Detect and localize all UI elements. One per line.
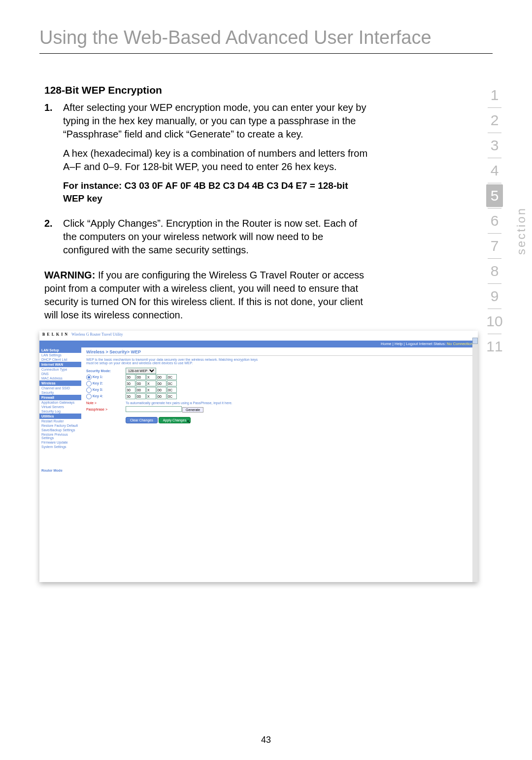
key-cell[interactable]	[167, 374, 177, 380]
section-nav-9[interactable]: 9	[475, 285, 514, 308]
clear-changes-button[interactable]: Clear Changes	[126, 417, 158, 423]
key-cell[interactable]	[146, 393, 156, 399]
sidebar-item[interactable]: Security Log	[39, 409, 81, 414]
router-ui-screenshot: BELKIN Wireless G Router Travel Utility …	[39, 331, 478, 582]
sidebar-item[interactable]: MAC Address	[39, 376, 81, 380]
section-nav-5[interactable]: 5	[486, 184, 503, 207]
sidebar-item[interactable]: Firmware Update	[39, 440, 81, 445]
section-nav: 1 2 3 4 5 6 7 8 9 10 11	[475, 84, 514, 358]
step-2: 2. Click “Apply Changes”. Encryption in …	[44, 217, 369, 263]
step-1-p1: After selecting your WEP encryption mode…	[63, 101, 369, 141]
section-nav-10[interactable]: 10	[475, 310, 514, 333]
section-label: section	[514, 207, 528, 255]
scrollbar[interactable]	[472, 338, 478, 582]
shot-main: Wireless > Security> WEP WEP is the basi…	[81, 347, 478, 472]
shot-bluebar: Home | Help | Logout Internet Status: No…	[39, 341, 478, 347]
key-cell[interactable]	[157, 374, 166, 380]
step-1-example: For instance: C3 03 0F AF 0F 4B B2 C3 D4…	[63, 179, 369, 205]
key-cell[interactable]	[126, 393, 135, 399]
sidebar-hdr-utilities: Utilities	[39, 414, 81, 419]
page-title: Using the Web-Based Advanced User Interf…	[39, 27, 493, 54]
brand-subtitle: Wireless G Router Travel Utility	[71, 332, 123, 337]
key-cell[interactable]	[136, 393, 146, 399]
breadcrumb: Wireless > Security> WEP	[86, 349, 473, 356]
router-mode-label: Router Mode	[39, 469, 81, 472]
wep-description: WEP is the basic mechanism to transmit y…	[86, 358, 264, 365]
bluebar-links[interactable]: Home | Help | Logout Internet Status:	[381, 342, 447, 346]
key4-label: Key 4:	[86, 394, 126, 399]
passphrase-input[interactable]	[126, 406, 182, 412]
key-cell[interactable]	[146, 374, 156, 380]
step-1-body: After selecting your WEP encryption mode…	[63, 101, 369, 210]
key1-label: Key 1:	[86, 375, 126, 380]
section-nav-2[interactable]: 2	[475, 109, 514, 132]
section-nav-4[interactable]: 4	[475, 159, 514, 182]
sidebar-item[interactable]: DNS	[39, 372, 81, 376]
step-1: 1. After selecting your WEP encryption m…	[44, 101, 369, 210]
key4-radio[interactable]	[86, 394, 92, 399]
sidebar-item[interactable]: Restore Factory Default	[39, 423, 81, 428]
sidebar-item[interactable]: DHCP Client List	[39, 357, 81, 362]
key2-label: Key 2:	[86, 381, 126, 386]
sidebar-item[interactable]: LAN Settings	[39, 353, 81, 357]
sidebar-item[interactable]: Security	[39, 390, 81, 395]
page-number: 43	[0, 735, 532, 745]
passphrase-label: Passphrase >	[86, 408, 126, 411]
sidebar-item[interactable]: System Settings	[39, 445, 81, 449]
key3-label: Key 3:	[86, 387, 126, 393]
key-cell[interactable]	[157, 380, 166, 386]
sidebar-item[interactable]: Restore Previous Settings	[39, 432, 81, 440]
sidebar-item[interactable]: Virtual Servers	[39, 405, 81, 409]
key-cell[interactable]	[126, 387, 135, 393]
sidebar-hdr-lan: LAN Setup	[39, 347, 81, 353]
warning-paragraph: WARNING: If you are configuring the Wire…	[44, 269, 369, 322]
section-nav-3[interactable]: 3	[475, 134, 514, 157]
step-1-p2: A hex (hexadecimal) key is a combination…	[63, 147, 369, 173]
key-cell[interactable]	[146, 380, 156, 386]
key-cell[interactable]	[136, 374, 146, 380]
sidebar-hdr-firewall: Firewall	[39, 395, 81, 400]
sidebar-hdr-wan: Internet WAN	[39, 362, 81, 367]
key2-radio[interactable]	[86, 381, 92, 386]
sidebar-item[interactable]: Connection Type	[39, 367, 81, 372]
sidebar-item[interactable]: Application Gateways	[39, 400, 81, 405]
shot-topbar: BELKIN Wireless G Router Travel Utility	[39, 331, 478, 341]
key-cell[interactable]	[146, 387, 156, 393]
key-cell[interactable]	[126, 374, 135, 380]
key-cell[interactable]	[157, 393, 166, 399]
key-cell[interactable]	[126, 380, 135, 386]
section-nav-7[interactable]: 7	[475, 235, 514, 257]
apply-changes-button[interactable]: Apply Changes	[159, 417, 191, 423]
generate-button[interactable]: Generate	[182, 407, 203, 413]
note-label: Note >	[86, 401, 126, 405]
step-2-p1: Click “Apply Changes”. Encryption in the…	[63, 217, 369, 257]
step-2-number: 2.	[44, 217, 63, 263]
key-cell[interactable]	[157, 387, 166, 393]
key1-radio[interactable]	[86, 375, 92, 380]
key-cell[interactable]	[136, 387, 146, 393]
section-heading: 128-Bit WEP Encryption	[44, 83, 369, 97]
cursor-icon: ↖	[187, 419, 191, 424]
step-1-number: 1.	[44, 101, 63, 210]
warning-label: WARNING:	[44, 270, 95, 280]
key3-radio[interactable]	[86, 387, 92, 393]
brand-logo: BELKIN	[42, 332, 69, 337]
section-nav-1[interactable]: 1	[475, 84, 514, 106]
shot-sidebar: LAN Setup LAN Settings DHCP Client List …	[39, 347, 81, 472]
note-text: To automatically generate hex pairs usin…	[126, 401, 233, 405]
sidebar-item[interactable]: Restart Router	[39, 419, 81, 423]
sidebar-item[interactable]: Save/Backup Settings	[39, 428, 81, 432]
key-cell[interactable]	[136, 380, 146, 386]
section-nav-6[interactable]: 6	[475, 209, 514, 232]
step-2-body: Click “Apply Changes”. Encryption in the…	[63, 217, 369, 263]
section-nav-11[interactable]: 11	[475, 335, 514, 358]
security-mode-select[interactable]: 128-bit WEP	[126, 368, 156, 374]
sidebar-hdr-wireless: Wireless	[39, 380, 81, 386]
content: 128-Bit WEP Encryption 1. After selectin…	[44, 83, 369, 322]
sidebar-item[interactable]: Channel and SSID	[39, 386, 81, 390]
security-mode-label: Security Mode:	[86, 369, 126, 373]
key-cell[interactable]	[167, 380, 177, 386]
key-cell[interactable]	[167, 393, 177, 399]
key-cell[interactable]	[167, 387, 177, 393]
section-nav-8[interactable]: 8	[475, 260, 514, 282]
